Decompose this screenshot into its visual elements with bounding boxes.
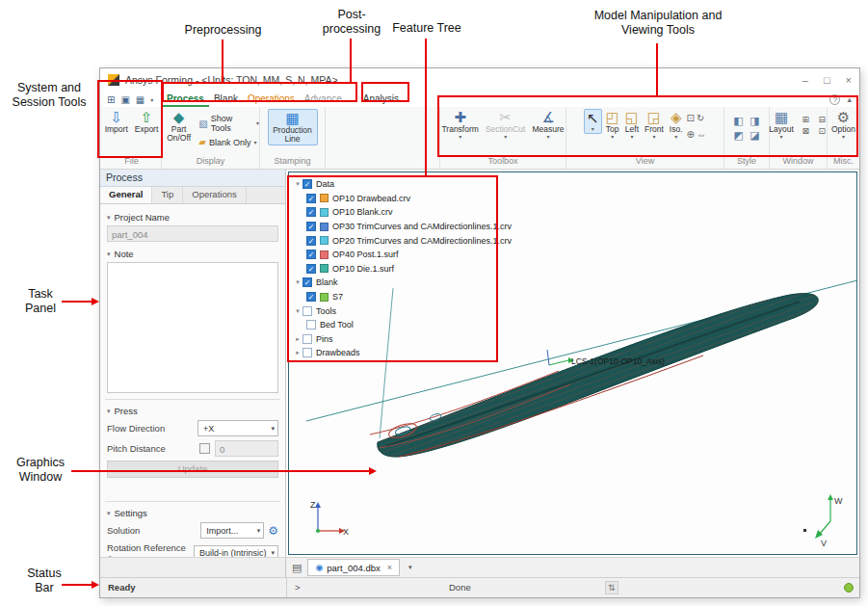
blank-only-button[interactable]: ▰ Blank Only ▾ <box>198 137 259 147</box>
style-wireframe-icon[interactable]: ◨ <box>748 115 762 127</box>
solution-gear-icon[interactable]: ⚙ <box>268 524 278 538</box>
tab-blank[interactable]: Blank <box>209 92 243 107</box>
zoom-icon[interactable]: ⊕ <box>687 129 695 140</box>
minimize-button[interactable]: – <box>802 74 808 86</box>
measure-button[interactable]: ∡ Measure ▾ <box>530 109 566 141</box>
section-note[interactable]: ▾ Note <box>107 249 278 259</box>
option-button[interactable]: ⚙ Option ▾ <box>829 109 857 141</box>
section-cut-label: SectionCut <box>486 125 526 134</box>
session-icon[interactable]: ▦ <box>136 94 145 105</box>
tree-item-pins[interactable]: ▸ Pins <box>293 332 497 347</box>
checkbox[interactable]: ✓ <box>306 292 316 302</box>
document-list-icon[interactable]: ▤ <box>292 562 302 574</box>
tree-item-data[interactable]: ▾ ✓ Data <box>293 177 497 192</box>
expand-icon[interactable]: ▾ <box>293 180 302 188</box>
panel-tab-tip[interactable]: Tip <box>152 187 183 203</box>
checkbox[interactable]: ✓ <box>306 264 316 274</box>
expand-icon[interactable]: ▾ <box>293 278 302 286</box>
show-tools-button[interactable]: ▧ Show Tools ▾ <box>198 114 259 133</box>
tree-item-blank[interactable]: ▾ ✓ Blank <box>293 276 497 290</box>
window-close-icon[interactable]: ⊠ <box>799 126 813 136</box>
tree-item[interactable]: ✓ S7 <box>293 290 497 304</box>
collapse-caret-icon: ▾ <box>107 510 111 517</box>
part-on-off-button[interactable]: ◆ Part On/Off <box>162 109 196 144</box>
style-shaded-icon[interactable]: ◧ <box>731 115 746 127</box>
tree-item[interactable]: ✓ OP10 Drawbead.crv <box>293 192 497 206</box>
section-settings[interactable]: ▾ Settings <box>107 508 278 518</box>
tab-list-caret-icon[interactable]: ▾ <box>408 564 412 571</box>
quick-access-caret-icon[interactable]: ▾ <box>150 96 153 103</box>
panel-tab-operations[interactable]: Operations <box>183 187 246 203</box>
tree-item[interactable]: ✓ OP10 Blank.crv <box>293 205 497 220</box>
section-project-name[interactable]: ▾ Project Name <box>107 212 278 223</box>
document-tab[interactable]: ◉ part_004.dbx × <box>307 559 400 576</box>
checkbox[interactable] <box>302 306 312 316</box>
checkbox[interactable] <box>302 334 312 344</box>
pick-button[interactable]: ↖ ▾ <box>584 109 602 134</box>
style-hidden-icon[interactable]: ◪ <box>748 129 762 142</box>
checkbox[interactable]: ✓ <box>302 179 312 189</box>
console-prompt[interactable]: > <box>295 582 301 593</box>
save-icon[interactable]: ▣ <box>120 94 129 105</box>
zoom-fit-icon[interactable]: ⊡ <box>687 113 695 123</box>
rotate-view-icon[interactable]: ↻ <box>697 113 706 123</box>
app-menu-icon[interactable]: ⊞ <box>107 94 115 105</box>
pitch-distance-checkbox[interactable] <box>199 443 210 454</box>
flow-direction-select[interactable]: +X ▾ <box>197 420 278 436</box>
help-icon[interactable]: ? <box>829 94 840 105</box>
close-button[interactable]: × <box>846 74 852 86</box>
update-button[interactable]: Update <box>107 461 278 478</box>
production-line-button[interactable]: ▦ Production Line <box>268 109 318 145</box>
checkbox[interactable]: ✓ <box>306 250 316 259</box>
style-edges-icon[interactable]: ◩ <box>731 129 746 142</box>
checkbox[interactable] <box>302 348 312 357</box>
checkbox[interactable]: ✓ <box>306 207 316 217</box>
checkbox[interactable]: ✓ <box>306 222 316 231</box>
tree-item[interactable]: ✓ OP40 Post.1.surf <box>293 248 497 262</box>
tab-advance[interactable]: Advance <box>300 92 347 107</box>
expand-icon[interactable]: ▾ <box>293 307 302 315</box>
tab-analysis[interactable]: Analysis <box>358 92 404 107</box>
tab-operations[interactable]: Operations <box>243 92 300 107</box>
panel-tab-general[interactable]: General <box>100 187 152 203</box>
window-tile-icon[interactable]: ⊞ <box>799 115 813 124</box>
project-name-field[interactable]: part_004 <box>107 225 278 242</box>
solution-select[interactable]: Import... ▾ <box>200 522 264 539</box>
close-tab-icon[interactable]: × <box>387 563 392 572</box>
ribbon-collapse-icon[interactable]: ▴ <box>847 94 852 104</box>
pitch-distance-field[interactable]: 0 <box>215 440 278 457</box>
pan-view-icon[interactable]: ⇔ <box>697 129 706 140</box>
rotation-reference-axes-select[interactable]: Build-in (Intrinsic) ▾ <box>194 545 278 558</box>
lcs-axis-arrow <box>547 350 549 365</box>
tree-item[interactable]: ✓ OP20 TrimCurves and CAMdirectionlines.… <box>293 233 497 248</box>
expand-icon[interactable]: ▸ <box>293 335 302 343</box>
transform-button[interactable]: ✚ Transform ▾ <box>439 109 480 141</box>
press-label: Press <box>115 406 138 416</box>
view-left-button[interactable]: ◱ Left ▾ <box>623 109 641 141</box>
graphics-window[interactable]: LCS-1(OP10-OP10_Axis) Z X W <box>288 171 857 555</box>
note-textarea[interactable] <box>107 262 278 393</box>
export-button[interactable]: ⇧ Export <box>133 109 161 135</box>
view-top-button[interactable]: ◰ Top ▾ <box>604 109 621 141</box>
view-left-label: Left <box>625 125 639 134</box>
checkbox[interactable]: ✓ <box>302 277 312 287</box>
maximize-button[interactable]: □ <box>824 74 830 86</box>
tree-item[interactable]: Bed Tool <box>293 318 497 332</box>
view-iso-button[interactable]: ◈ Iso. ▾ <box>668 109 685 141</box>
checkbox[interactable]: ✓ <box>306 194 316 203</box>
view-front-button[interactable]: ◲ Front ▾ <box>643 109 666 141</box>
section-cut-button[interactable]: ✂ SectionCut ▾ <box>484 109 528 141</box>
section-press[interactable]: ▾ Press <box>107 406 278 416</box>
tree-item-drawbeads[interactable]: ▸ Drawbeads <box>293 346 497 360</box>
tree-item-tools[interactable]: ▾ Tools <box>293 303 497 318</box>
layout-button[interactable]: ▦ Layout ▾ <box>767 109 796 141</box>
checkbox[interactable]: ✓ <box>306 236 316 246</box>
checkbox[interactable] <box>306 320 316 329</box>
tree-item[interactable]: ✓ OP10 Die.1.surf <box>293 262 497 277</box>
expand-icon[interactable]: ▸ <box>293 349 302 356</box>
console-scrollbar[interactable]: ⇅ <box>605 581 618 594</box>
tree-item[interactable]: ✓ OP30 TrimCurves and CAMdirectionlines.… <box>293 220 497 234</box>
import-button[interactable]: ⇩ Import <box>103 109 130 135</box>
callout-arrow-task-panel <box>62 301 92 303</box>
tab-process[interactable]: Process <box>162 92 209 107</box>
